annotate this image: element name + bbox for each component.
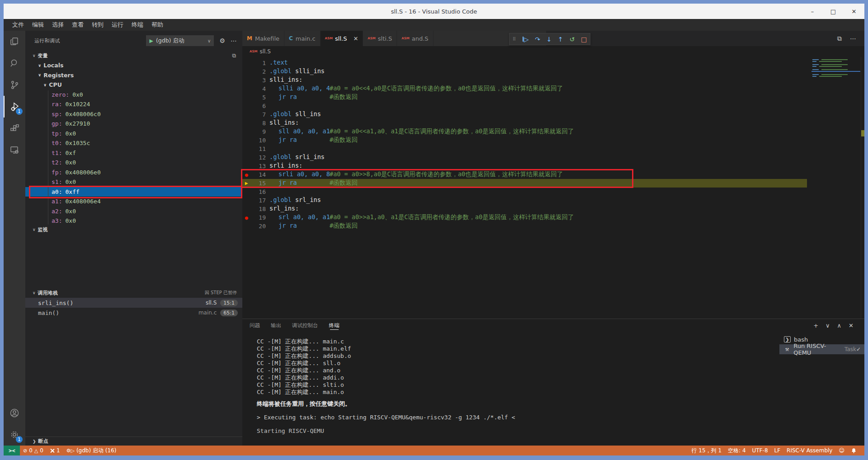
variables-section-header[interactable]: ∨ 变量 ⧉ xyxy=(25,51,242,61)
extensions-icon[interactable] xyxy=(4,117,25,139)
code-line-3[interactable]: 3slli_ins: xyxy=(242,76,864,84)
tab-slti.S[interactable]: ASMslti.S xyxy=(363,31,397,46)
tab-sll.S[interactable]: ASMsll.S✕ xyxy=(321,31,363,46)
panel-tab-问题[interactable]: 问题 xyxy=(250,319,260,332)
stop-button[interactable]: □ xyxy=(581,36,587,42)
register-row[interactable]: gp:0x27910 xyxy=(25,119,242,129)
register-row[interactable]: t2:0x0 xyxy=(25,158,242,168)
debug-settings-gear-icon[interactable]: ⚙ xyxy=(219,37,225,44)
code-line-17[interactable]: 17.globl srl_ins xyxy=(242,196,864,205)
restart-button[interactable]: ↺ xyxy=(570,36,575,42)
call-stack-frame[interactable]: srli_ins()sll.S15:1 xyxy=(25,298,242,308)
source-control-icon[interactable] xyxy=(4,74,25,96)
search-icon[interactable] xyxy=(4,52,25,74)
code-line-16[interactable]: 16 xyxy=(242,188,864,196)
terminal-list-item[interactable]: ⚒Run RISCV-QEMUTask✓ xyxy=(779,344,864,354)
eol-status[interactable]: LF xyxy=(771,447,784,454)
code-line-5[interactable]: 5jr ra#函数返回 xyxy=(242,93,864,102)
indentation-status[interactable]: 空格: 4 xyxy=(725,447,749,455)
register-row[interactable]: t1:0xf xyxy=(25,148,242,158)
tab-main.c[interactable]: Cmain.c xyxy=(284,31,321,46)
panel-tab-终端[interactable]: 终端 xyxy=(329,319,340,332)
terminal-dropdown-icon[interactable]: ∨ xyxy=(826,322,830,329)
notifications-bell-icon[interactable] xyxy=(848,448,860,454)
step-into-button[interactable]: ↓ xyxy=(547,36,552,42)
continue-button[interactable]: ▷ xyxy=(523,36,529,42)
feedback-icon[interactable]: ☺ xyxy=(835,447,848,454)
menu-item-7[interactable]: 帮助 xyxy=(147,19,167,31)
debug-config-dropdown[interactable]: ▶ (gdb) 启动 ∨ xyxy=(146,35,214,46)
code-line-10[interactable]: 10jr ra#函数返回 xyxy=(242,136,864,145)
more-actions-icon[interactable]: ⋯ xyxy=(231,37,237,44)
new-terminal-icon[interactable]: + xyxy=(813,322,818,329)
menu-item-0[interactable]: 文件 xyxy=(8,19,28,31)
register-row[interactable]: t0:0x1035c xyxy=(25,138,242,148)
code-line-4[interactable]: 4slli a0, a0, 4#a0 = a0<<4,a0是C语言调用者传递的参… xyxy=(242,84,864,93)
step-out-button[interactable]: ↑ xyxy=(558,36,563,42)
menu-item-1[interactable]: 编辑 xyxy=(28,19,48,31)
register-row[interactable]: a1:0x408006e4 xyxy=(25,197,242,207)
close-tab-icon[interactable]: ✕ xyxy=(353,35,358,42)
register-row[interactable]: zero:0x0 xyxy=(25,90,242,100)
remote-indicator[interactable]: >< xyxy=(4,446,20,455)
language-mode[interactable]: RISC-V Assembly xyxy=(783,447,835,454)
account-icon[interactable] xyxy=(4,402,25,424)
close-panel-icon[interactable]: ✕ xyxy=(849,322,854,329)
tree-group-registers[interactable]: ∨Registers xyxy=(25,70,242,80)
register-row[interactable]: ra:0x10224 xyxy=(25,99,242,109)
panel-tab-输出[interactable]: 输出 xyxy=(271,319,281,332)
maximize-panel-icon[interactable]: ∧ xyxy=(837,322,842,329)
tree-group-locals[interactable]: ∨Locals xyxy=(25,61,242,70)
drag-grip-icon[interactable]: ⠿ xyxy=(513,37,516,42)
remote-explorer-icon[interactable] xyxy=(4,139,25,161)
encoding-status[interactable]: UTF-8 xyxy=(749,447,771,454)
code-line-18[interactable]: 18srl_ins: xyxy=(242,205,864,213)
register-row[interactable]: a2:0x0 xyxy=(25,207,242,216)
tab-and.S[interactable]: ASMand.S xyxy=(397,31,433,46)
menu-item-2[interactable]: 选择 xyxy=(48,19,68,31)
code-line-11[interactable]: 11 xyxy=(242,145,864,153)
menu-item-3[interactable]: 查看 xyxy=(68,19,88,31)
code-line-14[interactable]: ●14srli a0, a0, 8#a0 = a0>>8,a0是C语言调用者传递… xyxy=(242,170,864,179)
breadcrumb[interactable]: ASM sll.S xyxy=(242,46,864,57)
menu-item-5[interactable]: 运行 xyxy=(108,19,127,31)
code-line-20[interactable]: 20jr ra#函数返回 xyxy=(242,222,864,230)
menu-item-4[interactable]: 转到 xyxy=(88,19,108,31)
code-line-9[interactable]: 9sll a0, a0, a1#a0 = a0<<a1,a0、a1是C语言调用者… xyxy=(242,127,864,136)
code-line-7[interactable]: 7.globl sll_ins xyxy=(242,110,864,119)
tab-Makefile[interactable]: MMakefile xyxy=(242,31,284,46)
code-line-15[interactable]: ▶15jr ra#函数返回 xyxy=(242,179,864,188)
panel-tab-调试控制台[interactable]: 调试控制台 xyxy=(292,319,318,332)
watch-section-header[interactable]: ∨ 监视 xyxy=(25,225,242,235)
code-line-12[interactable]: 12.globl srli_ins xyxy=(242,153,864,162)
code-line-6[interactable]: 6 xyxy=(242,102,864,110)
debug-status[interactable]: ⚙▷ (gdb) 启动 (16) xyxy=(63,446,120,455)
panel-layout-icon[interactable]: ⧉ xyxy=(232,52,236,59)
code-editor[interactable]: 1.text2.globl slli_ins3slli_ins:4slli a0… xyxy=(242,57,864,319)
tree-group-cpu[interactable]: ∨CPU xyxy=(25,80,242,90)
run-and-debug-icon[interactable]: 1 xyxy=(4,96,25,117)
split-editor-icon[interactable]: ⧉ xyxy=(837,35,842,42)
task-status[interactable]: 1 xyxy=(47,446,63,455)
call-stack-section-header[interactable]: ∨ 调用堆栈 因 STEP 已暂停 xyxy=(25,288,242,298)
register-row[interactable]: a3:0x0 xyxy=(25,216,242,225)
close-button[interactable]: ✕ xyxy=(844,4,864,19)
register-row[interactable]: tp:0x0 xyxy=(25,129,242,139)
code-line-2[interactable]: 2.globl slli_ins xyxy=(242,67,864,76)
register-row[interactable]: a0:0xff xyxy=(25,187,242,197)
breakpoints-section-header[interactable]: ❯ 断点 xyxy=(25,437,242,446)
maximize-button[interactable]: □ xyxy=(823,4,844,19)
problems-status[interactable]: ⊘ 0 △ 0 xyxy=(20,446,47,455)
register-row[interactable]: s1:0x0 xyxy=(25,177,242,187)
cursor-position[interactable]: 行 15，列 1 xyxy=(688,447,725,455)
code-line-19[interactable]: ●19srl a0, a0, a1#a0 = a0>>a1,a0、a1是C语言调… xyxy=(242,213,864,222)
menu-item-6[interactable]: 终端 xyxy=(127,19,147,31)
step-over-button[interactable]: ↷ xyxy=(535,36,540,42)
call-stack-frame[interactable]: main()main.c65:1 xyxy=(25,308,242,318)
code-line-13[interactable]: 13srli_ins: xyxy=(242,162,864,170)
start-debug-icon[interactable]: ▶ xyxy=(149,38,153,44)
settings-gear-icon[interactable]: 1 xyxy=(4,424,25,446)
code-line-1[interactable]: 1.text xyxy=(242,59,864,67)
register-row[interactable]: fp:0x408006e0 xyxy=(25,168,242,178)
editor-more-actions-icon[interactable]: ⋯ xyxy=(850,35,856,42)
